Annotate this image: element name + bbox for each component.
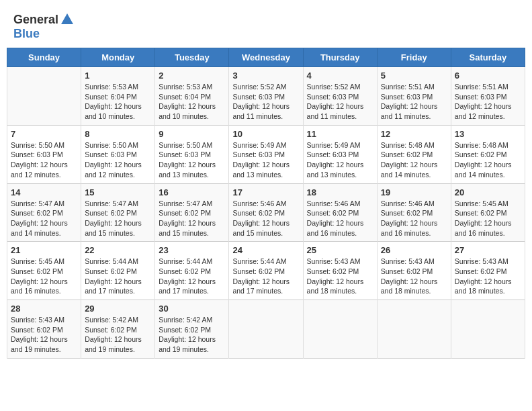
sunrise-text: Sunrise: 5:48 AM xyxy=(381,140,447,150)
sunrise-text: Sunrise: 5:47 AM xyxy=(159,199,225,209)
day-number: 26 xyxy=(381,245,447,255)
day-info: Sunrise: 5:50 AMSunset: 6:03 PMDaylight:… xyxy=(85,140,151,180)
daylight-text: Daylight: 12 hours and 15 minutes. xyxy=(159,218,225,238)
sunset-text: Sunset: 6:02 PM xyxy=(11,325,77,335)
day-number: 15 xyxy=(85,187,151,197)
daylight-text: Daylight: 12 hours and 10 minutes. xyxy=(159,101,225,121)
day-info: Sunrise: 5:53 AMSunset: 6:04 PMDaylight:… xyxy=(159,82,225,122)
calendar-cell: 21Sunrise: 5:45 AMSunset: 6:02 PMDayligh… xyxy=(7,242,81,300)
week-row-3: 14Sunrise: 5:47 AMSunset: 6:02 PMDayligh… xyxy=(7,183,525,242)
calendar-cell xyxy=(303,300,377,359)
calendar-cell: 8Sunrise: 5:50 AMSunset: 6:03 PMDaylight… xyxy=(81,125,155,183)
daylight-text: Daylight: 12 hours and 13 minutes. xyxy=(307,160,373,179)
sunrise-text: Sunrise: 5:53 AM xyxy=(85,82,151,92)
daylight-text: Daylight: 12 hours and 16 minutes. xyxy=(381,218,447,238)
daylight-text: Daylight: 12 hours and 16 minutes. xyxy=(11,277,77,296)
day-info: Sunrise: 5:47 AMSunset: 6:02 PMDaylight:… xyxy=(11,199,77,238)
sunrise-text: Sunrise: 5:42 AM xyxy=(159,315,225,325)
sunset-text: Sunset: 6:02 PM xyxy=(11,208,77,218)
day-number: 22 xyxy=(85,245,151,255)
sunrise-text: Sunrise: 5:49 AM xyxy=(232,140,299,150)
day-number: 7 xyxy=(11,129,77,139)
day-info: Sunrise: 5:43 AMSunset: 6:02 PMDaylight:… xyxy=(307,257,373,296)
daylight-text: Daylight: 12 hours and 19 minutes. xyxy=(85,334,151,354)
logo-blue-text: Blue xyxy=(13,27,40,40)
day-info: Sunrise: 5:49 AMSunset: 6:03 PMDaylight:… xyxy=(232,140,299,180)
daylight-text: Daylight: 12 hours and 13 minutes. xyxy=(159,160,225,179)
calendar-cell: 13Sunrise: 5:48 AMSunset: 6:02 PMDayligh… xyxy=(451,125,525,183)
sunrise-text: Sunrise: 5:42 AM xyxy=(85,315,151,325)
daylight-text: Daylight: 12 hours and 10 minutes. xyxy=(85,101,151,121)
daylight-text: Daylight: 12 hours and 19 minutes. xyxy=(11,334,77,354)
sunrise-text: Sunrise: 5:49 AM xyxy=(307,140,373,150)
sunrise-text: Sunrise: 5:51 AM xyxy=(455,82,521,92)
calendar-cell: 1Sunrise: 5:53 AMSunset: 6:04 PMDaylight… xyxy=(81,67,155,126)
sunrise-text: Sunrise: 5:44 AM xyxy=(85,257,151,267)
daylight-text: Daylight: 12 hours and 16 minutes. xyxy=(307,218,373,238)
calendar-cell: 29Sunrise: 5:42 AMSunset: 6:02 PMDayligh… xyxy=(81,300,155,359)
sunset-text: Sunset: 6:03 PM xyxy=(85,150,151,160)
day-info: Sunrise: 5:52 AMSunset: 6:03 PMDaylight:… xyxy=(232,82,299,122)
daylight-text: Daylight: 12 hours and 18 minutes. xyxy=(455,277,521,296)
sunset-text: Sunset: 6:03 PM xyxy=(381,92,447,102)
sunrise-text: Sunrise: 5:48 AM xyxy=(455,140,521,150)
header-day-saturday: Saturday xyxy=(451,48,525,67)
sunset-text: Sunset: 6:02 PM xyxy=(85,267,151,277)
calendar-cell: 16Sunrise: 5:47 AMSunset: 6:02 PMDayligh… xyxy=(155,183,229,242)
day-number: 11 xyxy=(307,129,373,139)
day-number: 4 xyxy=(307,71,373,81)
logo-general-text: General xyxy=(13,13,58,27)
sunset-text: Sunset: 6:02 PM xyxy=(455,267,521,277)
logo-icon xyxy=(60,12,75,27)
calendar-cell: 15Sunrise: 5:47 AMSunset: 6:02 PMDayligh… xyxy=(81,183,155,242)
header-day-tuesday: Tuesday xyxy=(155,48,229,67)
daylight-text: Daylight: 12 hours and 14 minutes. xyxy=(455,160,521,179)
sunset-text: Sunset: 6:04 PM xyxy=(159,92,225,102)
day-info: Sunrise: 5:51 AMSunset: 6:03 PMDaylight:… xyxy=(381,82,447,122)
calendar-cell: 25Sunrise: 5:43 AMSunset: 6:02 PMDayligh… xyxy=(303,242,377,300)
sunrise-text: Sunrise: 5:45 AM xyxy=(455,199,521,209)
sunset-text: Sunset: 6:02 PM xyxy=(159,267,225,277)
calendar-cell: 19Sunrise: 5:46 AMSunset: 6:02 PMDayligh… xyxy=(377,183,451,242)
day-info: Sunrise: 5:50 AMSunset: 6:03 PMDaylight:… xyxy=(11,140,77,180)
daylight-text: Daylight: 12 hours and 14 minutes. xyxy=(11,218,77,238)
sunset-text: Sunset: 6:04 PM xyxy=(85,92,151,102)
day-info: Sunrise: 5:42 AMSunset: 6:02 PMDaylight:… xyxy=(85,315,151,355)
calendar-cell: 14Sunrise: 5:47 AMSunset: 6:02 PMDayligh… xyxy=(7,183,81,242)
calendar-cell: 10Sunrise: 5:49 AMSunset: 6:03 PMDayligh… xyxy=(229,125,303,183)
daylight-text: Daylight: 12 hours and 17 minutes. xyxy=(232,277,299,296)
header-day-wednesday: Wednesday xyxy=(229,48,303,67)
day-number: 13 xyxy=(455,129,521,139)
daylight-text: Daylight: 12 hours and 17 minutes. xyxy=(159,277,225,296)
week-row-4: 21Sunrise: 5:45 AMSunset: 6:02 PMDayligh… xyxy=(7,242,525,300)
day-number: 6 xyxy=(455,71,521,81)
calendar-cell: 4Sunrise: 5:52 AMSunset: 6:03 PMDaylight… xyxy=(303,67,377,126)
calendar-cell: 26Sunrise: 5:43 AMSunset: 6:02 PMDayligh… xyxy=(377,242,451,300)
calendar-cell xyxy=(377,300,451,359)
calendar-cell xyxy=(451,300,525,359)
day-number: 18 xyxy=(307,187,373,197)
day-number: 12 xyxy=(381,129,447,139)
sunrise-text: Sunrise: 5:44 AM xyxy=(232,257,299,267)
sunrise-text: Sunrise: 5:44 AM xyxy=(159,257,225,267)
day-number: 21 xyxy=(11,245,77,255)
sunset-text: Sunset: 6:03 PM xyxy=(307,92,373,102)
sunrise-text: Sunrise: 5:50 AM xyxy=(159,140,225,150)
sunset-text: Sunset: 6:02 PM xyxy=(85,325,151,335)
day-info: Sunrise: 5:46 AMSunset: 6:02 PMDaylight:… xyxy=(307,199,373,238)
day-info: Sunrise: 5:44 AMSunset: 6:02 PMDaylight:… xyxy=(85,257,151,296)
sunset-text: Sunset: 6:03 PM xyxy=(159,150,225,160)
day-info: Sunrise: 5:49 AMSunset: 6:03 PMDaylight:… xyxy=(307,140,373,180)
day-number: 19 xyxy=(381,187,447,197)
daylight-text: Daylight: 12 hours and 15 minutes. xyxy=(85,218,151,238)
calendar-body: 1Sunrise: 5:53 AMSunset: 6:04 PMDaylight… xyxy=(7,67,525,359)
day-number: 29 xyxy=(85,304,151,314)
day-info: Sunrise: 5:47 AMSunset: 6:02 PMDaylight:… xyxy=(85,199,151,238)
day-number: 16 xyxy=(159,187,225,197)
sunrise-text: Sunrise: 5:53 AM xyxy=(159,82,225,92)
day-info: Sunrise: 5:43 AMSunset: 6:02 PMDaylight:… xyxy=(381,257,447,296)
day-number: 27 xyxy=(455,245,521,255)
calendar-cell: 2Sunrise: 5:53 AMSunset: 6:04 PMDaylight… xyxy=(155,67,229,126)
sunrise-text: Sunrise: 5:46 AM xyxy=(232,199,299,209)
daylight-text: Daylight: 12 hours and 19 minutes. xyxy=(159,334,225,354)
